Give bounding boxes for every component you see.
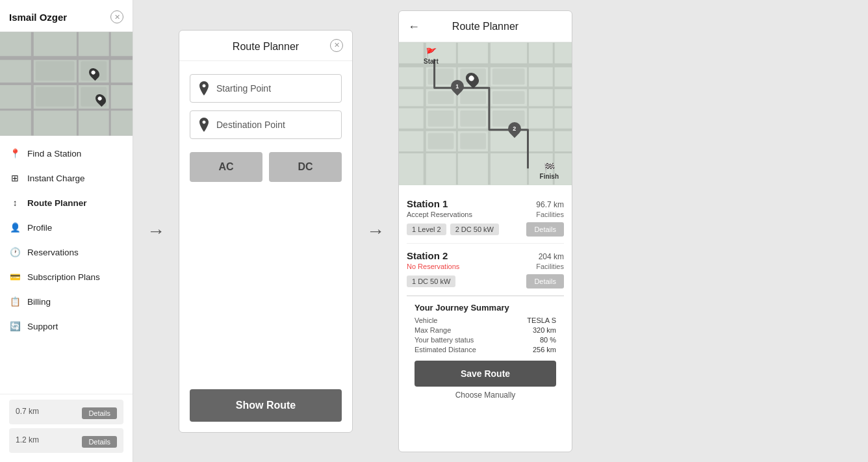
arrow-2: → xyxy=(353,221,398,242)
route-form-panel: Route Planner ✕ Starting Point Destinati… xyxy=(179,30,353,433)
summary-label-distance: Estimated Distance xyxy=(415,346,476,353)
sidebar-item-instant-charge[interactable]: ⊞ Instant Charge xyxy=(0,166,133,190)
summary-row-vehicle: Vehicle TESLA S xyxy=(415,316,556,324)
station-2-details-button[interactable]: Details xyxy=(526,274,564,289)
sidebar-close-button[interactable]: ✕ xyxy=(110,10,123,23)
arrow-1: → xyxy=(133,221,179,242)
sidebar-item-billing[interactable]: 📋 Billing xyxy=(0,289,133,314)
pin-icon-dest xyxy=(198,118,210,132)
summary-value-vehicle: TESLA S xyxy=(527,316,556,324)
grid-icon: ⊞ xyxy=(9,172,21,184)
journey-summary: Your Journey Summary Vehicle TESLA S Max… xyxy=(407,296,564,407)
station-1-details-button[interactable]: Details xyxy=(526,222,564,237)
route-form-header: Route Planner ✕ xyxy=(179,31,352,61)
start-label: Start xyxy=(424,58,439,65)
route-icon: ↕ xyxy=(9,197,21,209)
route-form-title: Route Planner xyxy=(233,41,299,53)
card-icon: 💳 xyxy=(9,271,21,283)
start-marker: 🚩 Start xyxy=(424,47,439,65)
station-1-reservation: Accept Reservations xyxy=(407,211,472,218)
save-route-button[interactable]: Save Route xyxy=(415,361,556,387)
station-details-button-1[interactable]: Details xyxy=(82,407,117,419)
station-card-1: Station 1 96.7 km Accept Reservations Fa… xyxy=(407,192,564,244)
result-map: 🚩 Start 1 2 🏁 Finish xyxy=(399,42,572,185)
station-1-facilities: Facilities xyxy=(536,211,564,218)
sidebar-station-card-1: 0.7 km Details xyxy=(9,400,123,424)
charger-type-buttons: AC DC xyxy=(190,152,342,182)
sidebar-item-profile[interactable]: 👤 Profile xyxy=(0,215,133,240)
starting-point-input[interactable]: Starting Point xyxy=(190,74,342,103)
station-2-facilities: Facilities xyxy=(536,263,564,270)
station-distance-1: 0.7 km xyxy=(16,407,39,416)
station-1-row2: Accept Reservations Facilities xyxy=(407,211,564,218)
back-button[interactable]: ← xyxy=(408,20,420,34)
sidebar-item-subscription[interactable]: 💳 Subscription Plans xyxy=(0,264,133,289)
sidebar-item-reservations[interactable]: 🕐 Reservations xyxy=(0,240,133,264)
station-2-row2: No Reservations Facilities xyxy=(407,263,564,270)
svg-rect-7 xyxy=(36,61,75,81)
support-icon: 🔄 xyxy=(9,320,21,332)
sidebar-item-support[interactable]: 🔄 Support xyxy=(0,314,133,339)
svg-rect-29 xyxy=(460,110,486,127)
sidebar-item-label: Find a Station xyxy=(27,149,81,159)
location-pin-icon: 📍 xyxy=(9,148,21,159)
svg-rect-9 xyxy=(36,87,75,107)
sidebar-item-label: Subscription Plans xyxy=(27,272,100,282)
route-result-panel: ← Route Planner xyxy=(398,10,572,452)
station-2-distance: 204 km xyxy=(539,252,564,261)
journey-summary-title: Your Journey Summary xyxy=(415,303,556,313)
choose-manually-button[interactable]: Choose Manually xyxy=(415,387,556,401)
summary-row-distance: Estimated Distance 256 km xyxy=(415,346,556,353)
ac-button[interactable]: AC xyxy=(190,152,262,182)
person-icon: 👤 xyxy=(9,222,21,233)
arrow-icon-2: → xyxy=(366,221,385,242)
station-2-reservation: No Reservations xyxy=(407,263,459,270)
starting-point-text: Starting Point xyxy=(216,83,271,94)
finish-marker: 🏁 Finish xyxy=(540,162,559,180)
summary-value-maxrange: 320 km xyxy=(533,326,556,334)
pin-icon-start xyxy=(198,81,210,96)
svg-rect-31 xyxy=(428,133,454,149)
station-2-name: Station 2 xyxy=(407,250,448,261)
sidebar-username: Ismail Ozger xyxy=(9,12,67,23)
station-1-row1: Station 1 96.7 km xyxy=(407,198,564,209)
sidebar-item-label: Reservations xyxy=(27,248,79,257)
station-2-tag-0: 1 DC 50 kW xyxy=(407,276,455,287)
svg-rect-25 xyxy=(428,91,454,104)
station-distance-2: 1.2 km xyxy=(16,435,39,444)
destination-point-text: Destination Point xyxy=(216,120,285,130)
clock-icon: 🕐 xyxy=(9,246,21,258)
svg-rect-32 xyxy=(460,133,486,149)
summary-value-battery: 80 % xyxy=(540,336,556,344)
finish-label: Finish xyxy=(540,173,559,180)
sidebar-item-label: Support xyxy=(27,322,58,331)
summary-row-maxrange: Max Range 320 km xyxy=(415,326,556,334)
dc-button[interactable]: DC xyxy=(269,152,342,182)
svg-rect-26 xyxy=(460,91,486,104)
sidebar-map xyxy=(0,32,133,136)
station-details-button-2[interactable]: Details xyxy=(82,436,117,448)
sidebar-item-label: Instant Charge xyxy=(27,173,85,183)
station-1-name: Station 1 xyxy=(407,198,448,209)
sidebar-stations-list: 0.7 km Details 1.2 km Details xyxy=(0,394,133,462)
destination-point-input[interactable]: Destination Point xyxy=(190,110,342,139)
show-route-button[interactable]: Show Route xyxy=(190,389,342,422)
sidebar-item-find-station[interactable]: 📍 Find a Station xyxy=(0,141,133,166)
sidebar-item-label: Route Planner xyxy=(27,198,87,208)
svg-rect-28 xyxy=(428,110,454,127)
result-header: ← Route Planner xyxy=(399,11,572,42)
route-form-footer: Show Route xyxy=(179,379,352,432)
station-1-tag-1: 2 DC 50 kW xyxy=(450,224,499,235)
svg-rect-27 xyxy=(492,91,525,104)
sidebar-item-label: Billing xyxy=(27,297,51,307)
station-2-row1: Station 2 204 km xyxy=(407,250,564,261)
summary-label-maxrange: Max Range xyxy=(415,326,451,334)
route-form-close-button[interactable]: ✕ xyxy=(330,39,343,52)
station-1-tag-0: 1 Level 2 xyxy=(407,224,446,235)
sidebar: Ismail Ozger ✕ xyxy=(0,0,133,462)
sidebar-item-route-planner[interactable]: ↕ Route Planner xyxy=(0,190,133,215)
arrow-icon-1: → xyxy=(147,221,165,242)
summary-label-battery: Your battery status xyxy=(415,336,474,344)
sidebar-map-svg xyxy=(0,32,133,136)
route-form-body: Starting Point Destination Point AC DC xyxy=(179,61,352,379)
